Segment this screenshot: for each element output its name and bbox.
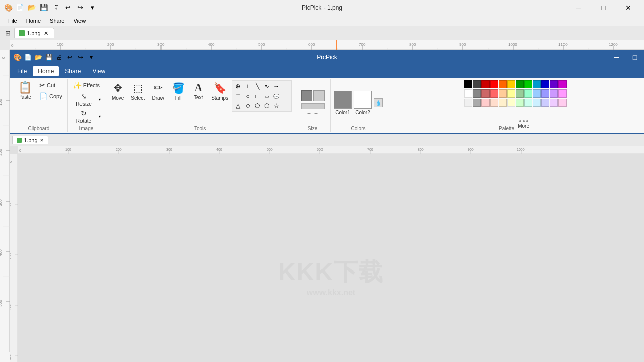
swatch-lightmint[interactable] xyxy=(524,99,532,107)
shape-speech-btn[interactable]: 💬 xyxy=(272,92,281,101)
swatch-white[interactable] xyxy=(464,89,472,98)
inner-qa-open[interactable]: 📂 xyxy=(33,52,43,62)
swatch-lavenderblue[interactable] xyxy=(541,99,549,107)
size-light-btn[interactable] xyxy=(313,90,325,101)
grid-view-btn[interactable]: ⊞ xyxy=(2,28,13,39)
swatch-thistle[interactable] xyxy=(550,99,558,107)
inner-tab-close[interactable]: ✕ xyxy=(40,138,44,143)
swatch-rose[interactable] xyxy=(481,89,490,98)
swatch-lavender[interactable] xyxy=(550,89,558,98)
shape-line-btn[interactable]: ╲ xyxy=(253,82,262,91)
inner-qa-save[interactable]: 💾 xyxy=(44,52,54,62)
effects-btn[interactable]: ✨ Effects xyxy=(71,80,102,90)
swatch-darkgray[interactable] xyxy=(473,80,481,88)
swatch-lightrose[interactable] xyxy=(481,99,490,107)
tab-close-btn[interactable]: ✕ xyxy=(43,30,50,37)
swatch-pink[interactable] xyxy=(558,89,567,98)
qa-open-btn[interactable]: 📂 xyxy=(26,2,37,13)
swatch-lightyellow[interactable] xyxy=(507,89,515,98)
swatch-periwinkle[interactable] xyxy=(541,89,549,98)
inner-qa-more[interactable]: ▾ xyxy=(86,52,96,62)
qa-new-btn[interactable]: 📄 xyxy=(14,2,25,13)
inner-menu-file[interactable]: File xyxy=(12,66,32,76)
outer-menu-home[interactable]: Home xyxy=(22,17,45,25)
swatch-gray[interactable] xyxy=(473,89,481,98)
draw-tool-btn[interactable]: ✏ Draw xyxy=(148,80,168,102)
shape-curve-btn[interactable]: ∿ xyxy=(262,82,271,91)
shape-scroll2-btn[interactable]: ⋮ xyxy=(281,92,290,101)
select-tool-btn[interactable]: ⬚ Select xyxy=(128,80,147,102)
shape-rect-btn[interactable]: □ xyxy=(253,92,262,101)
inner-minimize-btn[interactable]: ─ xyxy=(608,50,626,64)
swatch-green[interactable] xyxy=(524,80,532,88)
qa-print-btn[interactable]: 🖨 xyxy=(50,2,61,13)
move-tool-btn[interactable]: ✥ Move xyxy=(108,80,127,102)
swatch-red[interactable] xyxy=(490,80,498,88)
swatch-peach[interactable] xyxy=(499,89,507,98)
inner-menu-share[interactable]: Share xyxy=(60,66,86,76)
canvas-area[interactable]: KKK下载 www.kkx.net xyxy=(18,154,644,362)
inner-file-tab[interactable]: 1.png ✕ xyxy=(12,136,48,144)
shape-roundrect-btn[interactable]: ▭ xyxy=(262,92,271,101)
swatch-yellow[interactable] xyxy=(507,80,515,88)
qa-redo-btn[interactable]: ↪ xyxy=(74,2,86,13)
swatch-lightsalmon[interactable] xyxy=(490,99,498,107)
close-btn[interactable]: ✕ xyxy=(617,0,640,15)
shape-arrow-btn[interactable]: → xyxy=(272,82,281,91)
color1-preview[interactable] xyxy=(334,90,352,109)
swatch-aliceblue[interactable] xyxy=(533,99,541,107)
outer-menu-view[interactable]: View xyxy=(69,17,90,25)
inner-qa-redo[interactable]: ↪ xyxy=(75,52,86,62)
swatch-skyblue[interactable] xyxy=(533,89,541,98)
shape-scroll3-btn[interactable]: ⋮ xyxy=(281,101,290,110)
swatch-medgray[interactable] xyxy=(473,99,481,107)
more-btn[interactable]: More xyxy=(515,119,532,130)
inner-qa-new[interactable]: 📄 xyxy=(23,52,33,62)
maximize-btn[interactable]: □ xyxy=(592,0,615,15)
swatch-blush[interactable] xyxy=(558,99,567,107)
qa-more-btn[interactable]: ▾ xyxy=(87,2,98,13)
cut-btn[interactable]: ✂ Cut xyxy=(37,80,64,90)
minimize-btn[interactable]: ─ xyxy=(567,0,590,15)
swatch-mint[interactable] xyxy=(524,89,532,98)
outer-menu-share[interactable]: Share xyxy=(46,17,68,25)
file-tab[interactable]: 1.png ✕ xyxy=(14,28,54,38)
shape-scroll-btn[interactable]: ⋮ xyxy=(281,82,290,91)
swatch-lightyellow2[interactable] xyxy=(507,99,515,107)
shape-triangle-btn[interactable]: △ xyxy=(233,101,243,110)
size-bar-btn[interactable] xyxy=(301,103,325,109)
swatch-sage[interactable] xyxy=(516,89,524,98)
swatch-black[interactable] xyxy=(464,80,472,88)
qa-save-btn[interactable]: 💾 xyxy=(38,2,49,13)
fill-tool-btn[interactable]: 🪣 Fill xyxy=(169,80,188,102)
shape-crosshair-btn[interactable]: ⊕ xyxy=(233,82,243,91)
shape-pentagon-btn[interactable]: ⬠ xyxy=(253,101,262,110)
stamps-tool-btn[interactable]: 🔖 Stamps xyxy=(209,80,231,102)
rotate-dropdown-btn[interactable]: ▾ xyxy=(97,114,102,119)
inner-qa-undo[interactable]: ↩ xyxy=(65,52,75,62)
swatch-darkgreen[interactable] xyxy=(516,80,524,88)
inner-menu-view[interactable]: View xyxy=(87,66,110,76)
color2-preview[interactable] xyxy=(354,90,372,109)
swatch-orange[interactable] xyxy=(499,80,507,88)
resize-btn[interactable]: ⤡ Resize xyxy=(71,91,97,108)
inner-maximize-btn[interactable]: □ xyxy=(626,50,644,64)
outer-menu-file[interactable]: File xyxy=(4,17,21,25)
eyedropper-btn[interactable]: 💧 xyxy=(374,98,383,107)
qa-undo-btn[interactable]: ↩ xyxy=(62,2,73,13)
inner-menu-home[interactable]: Home xyxy=(33,66,59,76)
rotate-btn[interactable]: ↻ Rotate xyxy=(71,108,97,125)
swatch-cream[interactable] xyxy=(499,99,507,107)
shape-plus-btn[interactable]: + xyxy=(243,82,252,91)
swatch-magenta[interactable] xyxy=(558,80,567,88)
size-gray-btn[interactable] xyxy=(301,90,312,101)
inner-qa-print[interactable]: 🖨 xyxy=(54,52,64,62)
copy-btn[interactable]: 📄 Copy xyxy=(37,91,64,101)
swatch-darkred[interactable] xyxy=(481,80,490,88)
shape-star-btn[interactable]: ☆ xyxy=(272,101,281,110)
swatch-blue[interactable] xyxy=(541,80,549,88)
shape-ellipse-btn[interactable]: ○ xyxy=(243,92,252,101)
swatch-lightblue[interactable] xyxy=(533,80,541,88)
swatch-honeydew[interactable] xyxy=(516,99,524,107)
resize-dropdown-btn[interactable]: ▾ xyxy=(97,97,102,102)
